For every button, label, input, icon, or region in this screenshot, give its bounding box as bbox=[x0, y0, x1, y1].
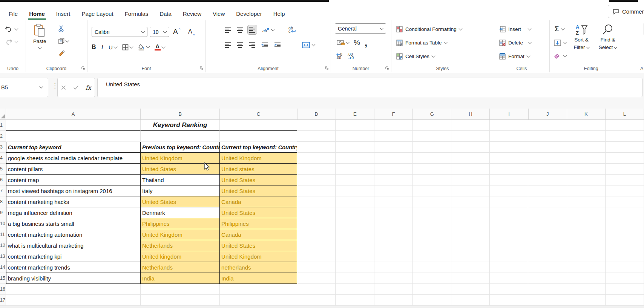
insert-cells-button[interactable]: Insert bbox=[499, 24, 531, 34]
cell[interactable] bbox=[567, 240, 606, 251]
paste-button[interactable]: Paste bbox=[33, 23, 46, 49]
cell[interactable] bbox=[374, 207, 413, 218]
find-select-button[interactable]: Find & Select bbox=[595, 23, 620, 51]
current-country-cell[interactable]: Canada bbox=[220, 229, 297, 240]
cell[interactable] bbox=[374, 240, 413, 251]
copy-button[interactable] bbox=[58, 37, 69, 44]
tab-help[interactable]: Help bbox=[268, 8, 291, 20]
cell[interactable] bbox=[451, 218, 490, 229]
cell[interactable] bbox=[413, 131, 451, 142]
cell[interactable] bbox=[606, 295, 644, 306]
sheet-title-cell[interactable]: Keyword Ranking bbox=[141, 120, 220, 131]
table-header-keyword[interactable]: Current top keyword bbox=[6, 142, 141, 153]
cell[interactable] bbox=[297, 164, 336, 175]
keyword-cell[interactable]: content pillars bbox=[6, 164, 141, 175]
cell[interactable] bbox=[297, 262, 336, 273]
keyword-cell[interactable]: content marketing trends bbox=[6, 262, 141, 273]
font-size-combo[interactable]: 10 bbox=[150, 27, 169, 37]
table-header-current-country[interactable]: Current top keyword: Country bbox=[220, 142, 297, 153]
cell[interactable] bbox=[528, 251, 567, 262]
cell[interactable] bbox=[490, 164, 528, 175]
cell[interactable] bbox=[490, 120, 528, 131]
cell[interactable] bbox=[374, 164, 413, 175]
cell[interactable] bbox=[6, 295, 141, 306]
cell[interactable] bbox=[297, 175, 336, 185]
cell-styles-button[interactable]: Cell Styles bbox=[396, 51, 435, 61]
conditional-formatting-button[interactable]: Conditional Formatting bbox=[396, 24, 462, 34]
current-country-cell[interactable]: United Kingdom bbox=[220, 153, 297, 164]
align-right-button[interactable] bbox=[248, 40, 257, 49]
format-cells-button[interactable]: Format bbox=[499, 51, 530, 61]
column-header-D[interactable]: D bbox=[297, 109, 336, 120]
number-format-combo[interactable]: General bbox=[335, 23, 386, 34]
tab-view[interactable]: View bbox=[207, 8, 230, 20]
cell[interactable] bbox=[567, 207, 606, 218]
cell[interactable] bbox=[606, 240, 644, 251]
format-painter-button[interactable] bbox=[58, 50, 65, 57]
cell[interactable] bbox=[490, 273, 528, 284]
cell[interactable] bbox=[413, 218, 451, 229]
cell[interactable] bbox=[141, 131, 220, 142]
column-header-I[interactable]: I bbox=[490, 109, 528, 120]
row-header-16[interactable]: 16 bbox=[0, 284, 6, 295]
cell[interactable] bbox=[567, 262, 606, 273]
keyword-cell[interactable]: google sheets social media calendar temp… bbox=[6, 153, 141, 164]
current-country-cell[interactable]: Canada bbox=[220, 196, 297, 207]
merge-center-button[interactable] bbox=[302, 42, 315, 48]
cell[interactable] bbox=[374, 120, 413, 131]
cell[interactable] bbox=[606, 251, 644, 262]
cell[interactable] bbox=[336, 142, 374, 153]
increase-decimal-button[interactable]: 0 .00 bbox=[336, 53, 342, 60]
table-header-previous-country[interactable]: Previous top keyword: Country bbox=[141, 142, 220, 153]
cell[interactable] bbox=[490, 142, 528, 153]
previous-country-cell[interactable]: Netherlands bbox=[141, 262, 220, 273]
borders-button[interactable] bbox=[122, 44, 133, 51]
align-left-button[interactable] bbox=[224, 40, 233, 49]
cell[interactable] bbox=[451, 142, 490, 153]
cell[interactable] bbox=[528, 185, 567, 196]
column-header-B[interactable]: B bbox=[141, 109, 220, 120]
cell[interactable] bbox=[336, 284, 374, 295]
orientation-button[interactable]: ab bbox=[262, 27, 274, 33]
column-header-J[interactable]: J bbox=[529, 109, 567, 120]
row-header-17[interactable]: 17 bbox=[0, 295, 6, 306]
keyword-cell[interactable]: a big business starts small bbox=[6, 218, 141, 229]
cell[interactable] bbox=[413, 229, 451, 240]
italic-button[interactable]: I bbox=[101, 44, 103, 51]
column-header-L[interactable]: L bbox=[606, 109, 644, 120]
cell[interactable] bbox=[413, 284, 451, 295]
name-box[interactable]: B5 bbox=[0, 78, 48, 97]
cell[interactable] bbox=[297, 153, 336, 164]
keyword-cell[interactable]: branding visibility bbox=[6, 273, 141, 284]
shrink-font-button[interactable]: A ^ bbox=[188, 27, 195, 37]
cell[interactable] bbox=[490, 295, 528, 306]
cell[interactable] bbox=[413, 164, 451, 175]
undo-button[interactable] bbox=[5, 24, 18, 34]
cell[interactable] bbox=[336, 229, 374, 240]
increase-indent-button[interactable] bbox=[273, 41, 282, 49]
cell[interactable] bbox=[606, 196, 644, 207]
tab-review[interactable]: Review bbox=[177, 8, 207, 20]
cell[interactable] bbox=[220, 120, 297, 131]
cell[interactable] bbox=[297, 131, 336, 142]
cancel-icon[interactable] bbox=[61, 85, 66, 90]
cell[interactable] bbox=[606, 273, 644, 284]
comments-button[interactable]: Comments bbox=[608, 5, 644, 18]
font-color-button[interactable]: A bbox=[155, 44, 165, 50]
cell[interactable] bbox=[490, 207, 528, 218]
keyword-cell[interactable]: what is multicultural marketing bbox=[6, 240, 141, 251]
cell[interactable] bbox=[606, 131, 644, 142]
font-dialog-launcher[interactable] bbox=[199, 66, 204, 70]
cell[interactable] bbox=[413, 185, 451, 196]
cell[interactable] bbox=[490, 131, 528, 142]
cell[interactable] bbox=[413, 262, 451, 273]
cell[interactable] bbox=[413, 120, 451, 131]
row-header-8[interactable]: 8 bbox=[0, 196, 6, 207]
cell[interactable] bbox=[297, 273, 336, 284]
cell[interactable] bbox=[528, 153, 567, 164]
wrap-text-button[interactable]: ab c bbox=[288, 26, 296, 33]
cell[interactable] bbox=[451, 185, 490, 196]
cell[interactable] bbox=[297, 120, 336, 131]
cell[interactable] bbox=[567, 284, 606, 295]
fill-button[interactable] bbox=[554, 38, 566, 48]
